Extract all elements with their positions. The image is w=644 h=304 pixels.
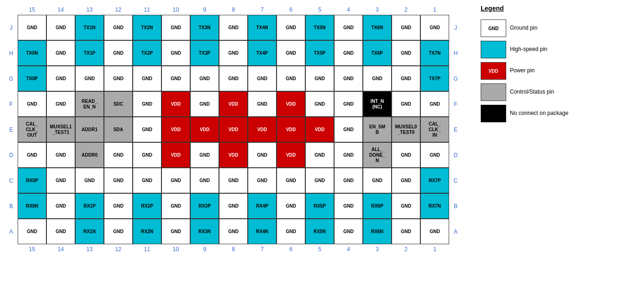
cell-C-11[interactable]: GND <box>133 168 161 193</box>
cell-B-15[interactable]: RX0N <box>18 193 46 219</box>
cell-G-4[interactable]: GND <box>334 66 363 91</box>
cell-C-5[interactable]: GND <box>305 168 334 193</box>
cell-H-15[interactable]: TX0N <box>18 40 46 66</box>
cell-B-13[interactable]: RX1P <box>75 193 104 219</box>
cell-H-9[interactable]: TX3P <box>190 40 219 66</box>
cell-D-12[interactable]: GND <box>104 142 133 168</box>
cell-G-6[interactable]: GND <box>277 66 305 91</box>
cell-C-14[interactable]: GND <box>46 168 75 193</box>
cell-G-15[interactable]: TX0P <box>18 66 46 91</box>
cell-E-14[interactable]: MUXSEL1 _TEST1 <box>46 117 75 142</box>
cell-H-4[interactable]: GND <box>334 40 363 66</box>
cell-H-7[interactable]: TX4P <box>248 40 277 66</box>
cell-J-7[interactable]: TX4N <box>248 15 277 40</box>
cell-A-3[interactable]: RX6N <box>363 219 392 244</box>
cell-B-4[interactable]: GND <box>334 193 363 219</box>
cell-J-3[interactable]: TX6N <box>363 15 392 40</box>
cell-F-12[interactable]: SDC <box>104 91 133 117</box>
cell-G-7[interactable]: GND <box>248 66 277 91</box>
cell-H-12[interactable]: GND <box>104 40 133 66</box>
cell-J-15[interactable]: GND <box>18 15 46 40</box>
cell-H-3[interactable]: TX6P <box>363 40 392 66</box>
cell-C-6[interactable]: GND <box>277 168 305 193</box>
cell-C-9[interactable]: GND <box>190 168 219 193</box>
cell-F-8[interactable]: VDD <box>219 91 248 117</box>
cell-C-13[interactable]: GND <box>75 168 104 193</box>
cell-D-1[interactable]: GND <box>420 142 449 168</box>
cell-J-14[interactable]: GND <box>46 15 75 40</box>
cell-A-1[interactable]: GND <box>420 219 449 244</box>
cell-F-1[interactable]: GND <box>420 91 449 117</box>
cell-B-12[interactable]: GND <box>104 193 133 219</box>
cell-B-14[interactable]: GND <box>46 193 75 219</box>
cell-G-8[interactable]: GND <box>219 66 248 91</box>
cell-E-7[interactable]: VDD <box>248 117 277 142</box>
cell-F-15[interactable]: GND <box>18 91 46 117</box>
cell-J-11[interactable]: TX2N <box>133 15 161 40</box>
cell-B-10[interactable]: GND <box>161 193 190 219</box>
cell-E-15[interactable]: CAL_ CLK_ OUT <box>18 117 46 142</box>
cell-F-10[interactable]: VDD <box>161 91 190 117</box>
cell-F-14[interactable]: GND <box>46 91 75 117</box>
cell-B-2[interactable]: GND <box>392 193 420 219</box>
cell-G-3[interactable]: GND <box>363 66 392 91</box>
cell-B-3[interactable]: RX6P <box>363 193 392 219</box>
cell-J-2[interactable]: GND <box>392 15 420 40</box>
cell-J-10[interactable]: GND <box>161 15 190 40</box>
cell-C-10[interactable]: GND <box>161 168 190 193</box>
cell-G-1[interactable]: TX7P <box>420 66 449 91</box>
cell-A-11[interactable]: RX2N <box>133 219 161 244</box>
cell-F-13[interactable]: READ_ EN_N <box>75 91 104 117</box>
cell-H-10[interactable]: GND <box>161 40 190 66</box>
cell-D-13[interactable]: ADDR0 <box>75 142 104 168</box>
cell-E-6[interactable]: VDD <box>277 117 305 142</box>
cell-F-7[interactable]: GND <box>248 91 277 117</box>
cell-D-10[interactable]: VDD <box>161 142 190 168</box>
cell-G-13[interactable]: GND <box>75 66 104 91</box>
cell-D-9[interactable]: GND <box>190 142 219 168</box>
cell-C-2[interactable]: GND <box>392 168 420 193</box>
cell-B-8[interactable]: GND <box>219 193 248 219</box>
cell-A-8[interactable]: GND <box>219 219 248 244</box>
cell-J-1[interactable]: GND <box>420 15 449 40</box>
cell-D-3[interactable]: ALL_ DONE_ N <box>363 142 392 168</box>
cell-E-13[interactable]: ADDR1 <box>75 117 104 142</box>
cell-B-11[interactable]: RX2P <box>133 193 161 219</box>
cell-C-8[interactable]: GND <box>219 168 248 193</box>
cell-A-6[interactable]: GND <box>277 219 305 244</box>
cell-H-1[interactable]: TX7N <box>420 40 449 66</box>
cell-J-5[interactable]: TX5N <box>305 15 334 40</box>
cell-H-11[interactable]: TX2P <box>133 40 161 66</box>
cell-A-14[interactable]: GND <box>46 219 75 244</box>
cell-E-5[interactable]: VDD <box>305 117 334 142</box>
cell-C-15[interactable]: RX0P <box>18 168 46 193</box>
cell-D-2[interactable]: GND <box>392 142 420 168</box>
cell-C-12[interactable]: GND <box>104 168 133 193</box>
cell-D-7[interactable]: GND <box>248 142 277 168</box>
cell-G-5[interactable]: GND <box>305 66 334 91</box>
cell-A-10[interactable]: GND <box>161 219 190 244</box>
cell-G-11[interactable]: GND <box>133 66 161 91</box>
cell-E-4[interactable]: GND <box>334 117 363 142</box>
cell-A-2[interactable]: GND <box>392 219 420 244</box>
cell-B-5[interactable]: RX5P <box>305 193 334 219</box>
cell-A-7[interactable]: RX4N <box>248 219 277 244</box>
cell-J-6[interactable]: GND <box>277 15 305 40</box>
cell-A-12[interactable]: GND <box>104 219 133 244</box>
cell-C-3[interactable]: GND <box>363 168 392 193</box>
cell-F-3[interactable]: INT_N (NC) <box>363 91 392 117</box>
cell-E-2[interactable]: MUXSEL0 _TEST0 <box>392 117 420 142</box>
cell-E-11[interactable]: GND <box>133 117 161 142</box>
cell-F-6[interactable]: VDD <box>277 91 305 117</box>
cell-E-10[interactable]: VDD <box>161 117 190 142</box>
cell-F-2[interactable]: GND <box>392 91 420 117</box>
cell-H-2[interactable]: GND <box>392 40 420 66</box>
cell-F-5[interactable]: GND <box>305 91 334 117</box>
cell-C-4[interactable]: GND <box>334 168 363 193</box>
cell-B-7[interactable]: RX4P <box>248 193 277 219</box>
cell-J-4[interactable]: GND <box>334 15 363 40</box>
cell-H-5[interactable]: TX5P <box>305 40 334 66</box>
cell-D-5[interactable]: GND <box>305 142 334 168</box>
cell-D-15[interactable]: GND <box>18 142 46 168</box>
cell-B-1[interactable]: RX7N <box>420 193 449 219</box>
